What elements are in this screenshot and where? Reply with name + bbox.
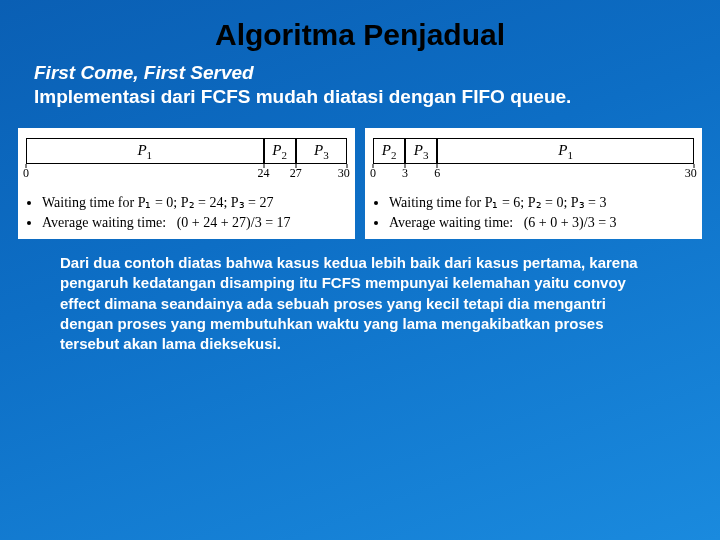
tick: 0 xyxy=(370,166,376,181)
waiting-time-text: Waiting time for P₁ = 0; P₂ = 24; P₃ = 2… xyxy=(42,194,349,211)
gantt-chart-1: P1 P2 P3 0 24 27 30 xyxy=(26,138,347,184)
example-right: P2 P3 P1 0 3 6 30 Waiting time for P₁ = … xyxy=(365,128,702,239)
examples-row: P1 P2 P3 0 24 27 30 Waiting time for P₁ … xyxy=(0,128,720,239)
gantt-bar-p2: P2 xyxy=(373,138,405,164)
tick: 30 xyxy=(338,166,350,181)
gantt-bar-p3: P3 xyxy=(296,138,347,164)
tick: 27 xyxy=(290,166,302,181)
example-left: P1 P2 P3 0 24 27 30 Waiting time for P₁ … xyxy=(18,128,355,239)
tick: 6 xyxy=(434,166,440,181)
gantt-bar-p1: P1 xyxy=(437,138,694,164)
gantt-chart-2: P2 P3 P1 0 3 6 30 xyxy=(373,138,694,184)
waiting-time-text: Waiting time for P₁ = 6; P₂ = 0; P₃ = 3 xyxy=(389,194,696,211)
avg-wait-text: Average waiting time: (6 + 0 + 3)/3 = 3 xyxy=(389,215,696,231)
avg-wait-text: Average waiting time: (0 + 24 + 27)/3 = … xyxy=(42,215,349,231)
algorithm-desc: Implementasi dari FCFS mudah diatasi den… xyxy=(34,86,686,108)
left-bullets: Waiting time for P₁ = 0; P₂ = 24; P₃ = 2… xyxy=(24,194,349,231)
tick: 24 xyxy=(258,166,270,181)
tick: 3 xyxy=(402,166,408,181)
gantt-bar-p1: P1 xyxy=(26,138,264,164)
intro-block: First Come, First Served Implementasi da… xyxy=(0,62,720,128)
conclusion-text: Dari dua contoh diatas bahwa kasus kedua… xyxy=(0,239,720,354)
gantt-bar-p2: P2 xyxy=(264,138,296,164)
slide-title: Algoritma Penjadual xyxy=(0,0,720,62)
tick: 0 xyxy=(23,166,29,181)
gantt-bar-p3: P3 xyxy=(405,138,437,164)
algorithm-name: First Come, First Served xyxy=(34,62,686,84)
right-bullets: Waiting time for P₁ = 6; P₂ = 0; P₃ = 3 … xyxy=(371,194,696,231)
tick: 30 xyxy=(685,166,697,181)
